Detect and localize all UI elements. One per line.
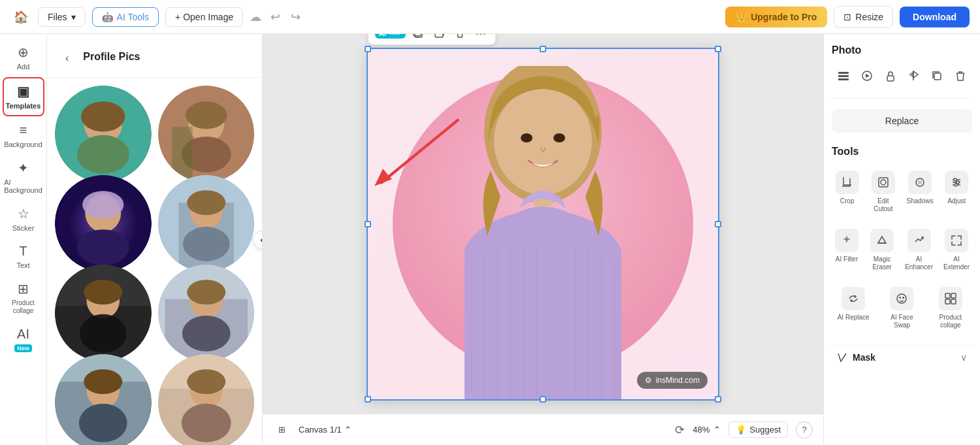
resize-icon: ⊡	[843, 12, 851, 22]
download-button[interactable]: Download	[900, 7, 970, 27]
handle-bottom-middle[interactable]	[540, 396, 546, 403]
ai-replace-icon	[841, 287, 865, 310]
zoom-control[interactable]: 48% ⌃	[693, 425, 721, 435]
list-item[interactable]	[158, 354, 255, 445]
cloud-icon: ☁	[250, 10, 261, 24]
main-area: ⊕ Add ▣ Templates ≡ Background ✦ AI Back…	[0, 34, 980, 445]
svg-point-38	[181, 404, 231, 442]
tool-product-collage[interactable]: Product collage	[929, 282, 972, 335]
sidebar-item-product-collage[interactable]: ⊞ Product collage	[3, 276, 44, 320]
suggest-button[interactable]: 💡 Suggest	[728, 421, 788, 438]
svg-point-12	[82, 191, 123, 218]
svg-point-17	[187, 190, 225, 215]
tools-section-title: Tools	[832, 146, 972, 157]
list-item[interactable]	[55, 354, 152, 445]
ai-background-icon: ✦	[18, 160, 29, 176]
canvas-chevron-icon: ⌃	[344, 425, 351, 435]
layers-icon: ⊞	[278, 425, 286, 435]
redo-button[interactable]: ↪	[288, 7, 303, 27]
handle-top-right[interactable]	[715, 46, 721, 52]
suggest-icon: 💡	[736, 425, 746, 435]
tool-ai-enhancer[interactable]: AI Enhancer	[902, 223, 936, 276]
list-item[interactable]	[55, 265, 152, 361]
sidebar-item-background[interactable]: ≡ Background	[3, 118, 44, 154]
mask-expand-icon: ∨	[960, 352, 967, 363]
tool-shadows[interactable]: Shadows	[904, 165, 936, 218]
sidebar-item-add[interactable]: ⊕ Add	[3, 39, 44, 76]
files-button[interactable]: Files ▾	[38, 7, 86, 27]
tool-ai-face-swap[interactable]: AI Face Swap	[880, 282, 923, 335]
layers-button[interactable]: ⊞	[273, 422, 291, 437]
svg-point-58	[918, 180, 922, 184]
tool-crop[interactable]: Crop	[832, 165, 862, 218]
delete-panel-button[interactable]	[949, 64, 972, 88]
ai-toolbar-button[interactable]: AI New	[375, 34, 406, 39]
undo-button[interactable]: ↩	[268, 7, 283, 27]
svg-rect-54	[934, 73, 941, 80]
tool-edit-cutout[interactable]: Edit Cutout	[868, 165, 898, 218]
templates-icon: ▣	[17, 84, 29, 99]
ai-extender-icon	[945, 229, 968, 252]
mask-row[interactable]: Mask ∨	[832, 345, 972, 369]
more-button[interactable]: •••	[472, 34, 489, 41]
svg-rect-72	[951, 299, 956, 304]
canvas-name[interactable]: Canvas 1/1 ⌃	[299, 425, 351, 435]
tools-grid-row1: Crop Edit Cutout Shadows Adjust	[832, 165, 972, 218]
duplicate-button[interactable]	[410, 34, 427, 41]
tool-magic-eraser[interactable]: Magic Eraser	[867, 223, 897, 276]
handle-middle-left[interactable]	[365, 221, 371, 227]
magic-eraser-label: Magic Eraser	[870, 255, 894, 271]
svg-point-64	[955, 184, 957, 186]
handle-middle-right[interactable]	[715, 221, 721, 227]
list-item[interactable]	[55, 175, 152, 272]
animation-button[interactable]	[855, 64, 879, 88]
templates-label: Templates	[6, 102, 41, 110]
product-collage-label: Product collage	[932, 314, 970, 329]
add-icon: ⊕	[18, 44, 29, 60]
sidebar-item-text[interactable]: T Text	[3, 239, 44, 274]
ai-tools-button[interactable]: 🤖 AI Tools	[92, 7, 159, 27]
ai-filter-label: AI Filter	[836, 255, 858, 263]
sidebar-item-templates[interactable]: ▣ Templates	[3, 77, 44, 116]
home-button[interactable]: 🏠	[10, 7, 31, 27]
canvas-frame: AI New •••	[367, 48, 719, 401]
handle-bottom-right[interactable]	[715, 396, 721, 403]
rotate-button[interactable]: ⟳	[675, 423, 685, 437]
list-item[interactable]	[158, 175, 255, 272]
handle-top-left[interactable]	[365, 46, 371, 52]
sidebar-item-ai-background[interactable]: ✦ AI Background	[3, 155, 44, 199]
panel-back-button[interactable]: ‹	[56, 43, 78, 71]
magic-eraser-icon	[870, 229, 894, 252]
tool-ai-replace[interactable]: AI Replace	[832, 282, 875, 335]
list-item[interactable]	[158, 265, 255, 361]
handle-bottom-left[interactable]	[365, 396, 371, 403]
flip-button[interactable]	[902, 64, 925, 88]
help-button[interactable]: ?	[796, 421, 813, 438]
svg-point-32	[84, 369, 122, 394]
sticker-icon: ☆	[18, 206, 29, 222]
copy-button[interactable]	[431, 34, 448, 41]
copy-panel-button[interactable]	[925, 64, 949, 88]
sidebar-item-ai[interactable]: AI New	[3, 321, 44, 357]
lock-button[interactable]	[879, 64, 902, 88]
layers-panel-button[interactable]	[832, 64, 855, 88]
tool-ai-extender[interactable]: AI Extender	[941, 223, 972, 276]
tool-adjust[interactable]: Adjust	[941, 165, 972, 218]
open-image-button[interactable]: + Open Image	[165, 7, 243, 27]
replace-button[interactable]: Replace	[832, 109, 972, 133]
resize-label: Resize	[855, 12, 883, 22]
handle-top-middle[interactable]	[540, 46, 546, 52]
svg-point-2	[81, 101, 125, 131]
topbar: 🏠 Files ▾ 🤖 AI Tools + Open Image ☁ ↩ ↪ …	[0, 0, 980, 34]
sidebar-item-sticker[interactable]: ☆ Sticker	[3, 201, 44, 237]
upgrade-button[interactable]: 👑 Upgrade to Pro	[725, 7, 827, 27]
ai-extender-label: AI Extender	[943, 255, 970, 271]
icon-bar: ⊕ Add ▣ Templates ≡ Background ✦ AI Back…	[0, 34, 47, 445]
undo-redo-group: ↩ ↪	[268, 7, 303, 27]
ai-tools-label: AI Tools	[117, 12, 150, 22]
resize-button[interactable]: ⊡ Resize	[834, 6, 893, 28]
list-item[interactable]	[55, 86, 152, 182]
delete-button[interactable]	[451, 34, 468, 41]
list-item[interactable]	[158, 86, 255, 182]
tool-ai-filter[interactable]: AI Filter	[832, 223, 862, 276]
